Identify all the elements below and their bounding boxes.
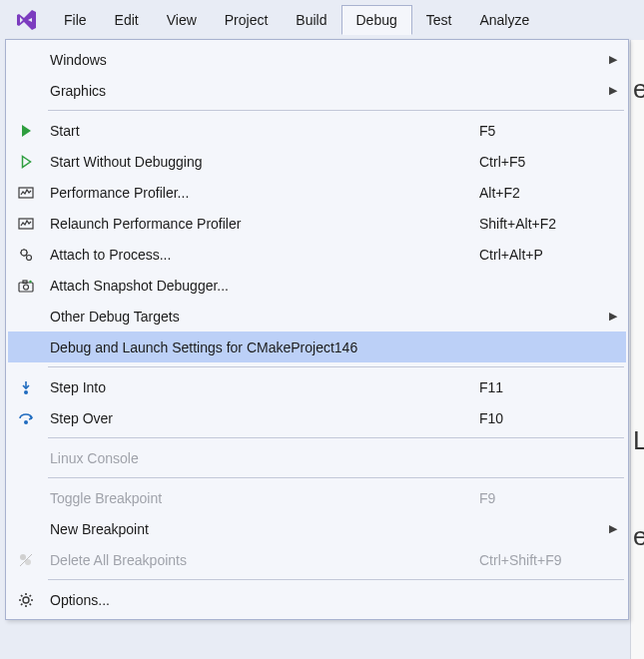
menu-edit[interactable]: Edit: [101, 6, 153, 34]
submenu-arrow-icon: ▶: [604, 310, 622, 323]
menuitem-label: Options...: [50, 592, 479, 608]
camera-icon: [12, 274, 40, 298]
menu-separator: [48, 366, 624, 367]
menuitem-label: Start Without Debugging: [50, 154, 479, 170]
menuitem-other-debug-targets[interactable]: Other Debug Targets▶: [8, 301, 626, 331]
step-over-icon: [12, 406, 40, 430]
svg-point-6: [24, 285, 29, 290]
debug-dropdown-menu: Windows▶Graphics▶StartF5Start Without De…: [5, 39, 629, 620]
menuitem-label: Graphics: [50, 83, 479, 99]
blank-icon: [12, 486, 40, 510]
background-glyph: e: [633, 521, 644, 547]
menuitem-start-without-debugging[interactable]: Start Without DebuggingCtrl+F5: [8, 146, 626, 177]
menuitem-attach-snapshot-debugger[interactable]: Attach Snapshot Debugger...: [8, 270, 626, 301]
menuitem-label: Attach to Process...: [50, 247, 479, 263]
menuitem-step-into[interactable]: Step IntoF11: [8, 371, 626, 402]
menuitem-label: Toggle Breakpoint: [50, 490, 479, 506]
menuitem-graphics[interactable]: Graphics▶: [8, 75, 626, 106]
menu-view[interactable]: View: [153, 6, 211, 34]
menuitem-shortcut: Ctrl+Alt+P: [479, 247, 604, 263]
menuitem-start[interactable]: StartF5: [8, 115, 626, 146]
blank-icon: [12, 79, 40, 103]
blank-icon: [12, 335, 40, 359]
background-editor-edge: eLe: [630, 40, 644, 659]
menuitem-label: Windows: [50, 52, 479, 68]
menuitem-shortcut: F10: [479, 410, 604, 426]
menu-test[interactable]: Test: [412, 6, 466, 34]
delete-bp-disabled-icon: [12, 548, 40, 572]
menu-separator: [48, 579, 624, 580]
menuitem-debug-and-launch-settings-for-cmakeproject146[interactable]: Debug and Launch Settings for CMakeProje…: [8, 331, 626, 362]
blank-icon: [12, 446, 40, 470]
menuitem-label: New Breakpoint: [50, 521, 479, 537]
menuitem-label: Linux Console: [50, 450, 479, 466]
menu-project[interactable]: Project: [211, 6, 283, 34]
menuitem-attach-to-process[interactable]: Attach to Process...Ctrl+Alt+P: [8, 239, 626, 270]
svg-rect-4: [19, 283, 33, 292]
menuitem-label: Attach Snapshot Debugger...: [50, 278, 479, 294]
background-glyph: [633, 202, 644, 228]
background-glyph: [633, 234, 644, 260]
background-glyph: [633, 298, 644, 324]
menubar: FileEditViewProjectBuildDebugTestAnalyze: [0, 0, 644, 40]
menuitem-label: Relaunch Performance Profiler: [50, 216, 479, 232]
menuitem-delete-all-breakpoints: Delete All BreakpointsCtrl+Shift+F9: [8, 544, 626, 575]
submenu-arrow-icon: ▶: [604, 84, 622, 97]
background-glyph: e: [633, 74, 644, 100]
menuitem-label: Delete All Breakpoints: [50, 552, 479, 568]
menuitem-windows[interactable]: Windows▶: [8, 44, 626, 75]
svg-point-8: [24, 390, 28, 394]
menuitem-shortcut: Shift+Alt+F2: [479, 216, 604, 232]
svg-point-3: [27, 255, 32, 260]
play-outline-icon: [12, 150, 40, 174]
vs-logo-icon: [12, 5, 42, 35]
menuitem-label: Performance Profiler...: [50, 185, 479, 201]
menuitem-label: Step Over: [50, 410, 479, 426]
blank-icon: [12, 48, 40, 72]
menuitem-relaunch-performance-profiler[interactable]: Relaunch Performance ProfilerShift+Alt+F…: [8, 208, 626, 239]
step-into-icon: [12, 375, 40, 399]
menuitem-label: Other Debug Targets: [50, 309, 479, 325]
gear-icon: [12, 588, 40, 612]
perf-profiler-icon: [12, 212, 40, 236]
menu-separator: [48, 477, 624, 478]
gears-icon: [12, 243, 40, 267]
svg-point-7: [29, 280, 31, 282]
background-glyph: [633, 330, 644, 355]
menu-build[interactable]: Build: [282, 6, 340, 34]
menuitem-step-over[interactable]: Step OverF10: [8, 402, 626, 433]
background-glyph: [633, 393, 644, 419]
svg-point-12: [23, 597, 29, 603]
menuitem-label: Start: [50, 123, 479, 139]
play-green-icon: [12, 119, 40, 143]
menuitem-linux-console: Linux Console: [8, 442, 626, 473]
blank-icon: [12, 517, 40, 541]
svg-rect-5: [23, 281, 27, 284]
menuitem-label: Debug and Launch Settings for CMakeProje…: [50, 339, 479, 355]
menuitem-new-breakpoint[interactable]: New Breakpoint▶: [8, 513, 626, 544]
menuitem-shortcut: F5: [479, 123, 604, 139]
background-glyph: [633, 170, 644, 196]
menu-file[interactable]: File: [50, 6, 101, 34]
svg-point-9: [24, 420, 28, 424]
menuitem-shortcut: Ctrl+Shift+F9: [479, 552, 604, 568]
submenu-arrow-icon: ▶: [604, 522, 622, 535]
menu-debug[interactable]: Debug: [341, 5, 412, 35]
perf-profiler-icon: [12, 181, 40, 205]
menuitem-shortcut: Alt+F2: [479, 185, 604, 201]
svg-point-10: [20, 554, 26, 560]
background-glyph: [633, 266, 644, 292]
background-glyph: [633, 457, 644, 483]
background-glyph: [633, 138, 644, 164]
menu-separator: [48, 110, 624, 111]
blank-icon: [12, 305, 40, 329]
menuitem-shortcut: F9: [479, 490, 604, 506]
menuitem-performance-profiler[interactable]: Performance Profiler...Alt+F2: [8, 177, 626, 208]
menuitem-options[interactable]: Options...: [8, 584, 626, 615]
menu-separator: [48, 437, 624, 438]
menu-analyze[interactable]: Analyze: [465, 6, 543, 34]
menuitem-label: Step Into: [50, 379, 479, 395]
background-glyph: L: [633, 425, 644, 451]
menuitem-shortcut: F11: [479, 379, 604, 395]
submenu-arrow-icon: ▶: [604, 53, 622, 66]
